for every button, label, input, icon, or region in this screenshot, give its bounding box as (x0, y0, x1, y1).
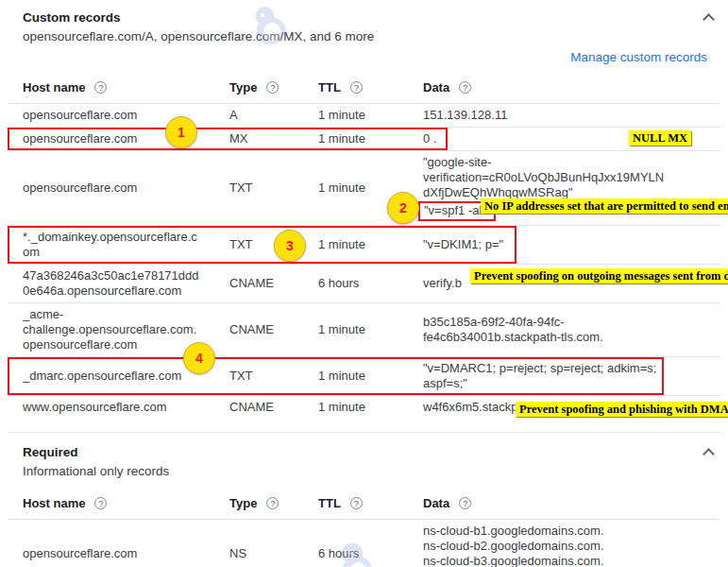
data-value: ns-cloud-b2.googledomains.com. (423, 539, 717, 554)
custom-records-table: Host name? Type? TTL? Data? opensourcefl… (8, 71, 720, 433)
col-hostname: Host name? (8, 79, 214, 95)
data-value: "v=DKIM1; p=" (423, 237, 670, 252)
record-type: TXT (214, 180, 303, 196)
table-row-verify-cname: 47a368246a3c50ac1e78171ddd0e646a.opensou… (8, 264, 720, 302)
col-label: TTL (318, 80, 341, 94)
data-value: 151.139.128.11 (423, 108, 670, 123)
manage-custom-records-link[interactable]: Manage custom records (570, 50, 707, 64)
help-icon[interactable]: ? (266, 497, 279, 509)
record-host: 47a368246a3c50ac1e78171ddd0e646a.opensou… (8, 268, 214, 299)
col-data: Data? (408, 495, 720, 511)
table-row-txt-spf-record: opensourceflare.com TXT 1 minute "google… (8, 150, 720, 225)
help-icon[interactable]: ? (350, 497, 363, 509)
annotation-marker-2: 2 (387, 192, 419, 224)
annotation-highlight-no-ip: No IP addresses set that are permitted t… (481, 198, 728, 214)
record-host: www.opensourceflare.com (8, 400, 214, 415)
record-ttl: 1 minute (303, 180, 408, 196)
record-host: opensourceflare.com (8, 180, 214, 196)
col-type: Type? (214, 495, 303, 511)
table-row-acme-cname: _acme-challenge.opensourceflare.com.open… (8, 302, 720, 356)
col-label: Host name (23, 80, 85, 94)
record-type: CNAME (214, 322, 303, 337)
table-row-mx-record: opensourceflare.com MX 1 minute 0 . 1 NU… (8, 127, 720, 150)
section-title: Custom records (23, 9, 705, 26)
record-type: CNAME (214, 276, 303, 291)
annotation-highlight-outgoing: Prevent spoofing on outgoing messages se… (470, 268, 728, 284)
col-ttl: TTL? (303, 79, 408, 95)
section-subtitle: Informational only records (23, 463, 705, 479)
help-icon[interactable]: ? (459, 497, 471, 509)
annotation-marker-4: 4 (183, 342, 215, 374)
help-icon[interactable]: ? (94, 81, 107, 94)
table-row-ns-record: opensourceflare.com NS 6 hours ns-cloud-… (8, 519, 720, 567)
record-type: CNAME (214, 400, 303, 415)
col-data: Data? (408, 79, 720, 95)
record-ttl: 6 hours (303, 276, 408, 291)
table-header: Host name? Type? TTL? Data? (8, 71, 720, 103)
data-value: "v=DMARC1; p=reject; sp=reject; adkim=s;… (423, 361, 670, 391)
help-icon[interactable]: ? (350, 81, 363, 94)
required-header: Required Informational only records (0, 433, 728, 479)
help-icon[interactable]: ? (94, 497, 107, 509)
record-host: _dmarc.opensourceflare.com (8, 369, 214, 384)
record-host: _acme-challenge.opensourceflare.com.open… (8, 307, 214, 352)
record-ttl: 1 minute (303, 108, 408, 123)
data-value: b35c185a-69f2-40fa-94fc-fe4c6b34001b.sta… (423, 315, 670, 345)
help-icon[interactable]: ? (266, 81, 279, 94)
custom-records-header: Custom records opensourceflare.com/A, op… (0, 0, 728, 44)
record-data: "v=DKIM1; p=" (408, 237, 720, 252)
record-data: b35c185a-69f2-40fa-94fc-fe4c6b34001b.sta… (408, 315, 720, 345)
record-host: opensourceflare.com (8, 546, 214, 561)
table-row-a-record: opensourceflare.com A 1 minute 151.139.1… (8, 103, 720, 127)
section-title: Required (23, 444, 705, 460)
annotation-highlight-null-mx: NULL MX (629, 130, 691, 146)
record-type: A (214, 108, 303, 123)
record-ttl: 1 minute (303, 131, 408, 146)
col-label: Type (229, 80, 257, 94)
help-icon[interactable]: ? (459, 81, 471, 94)
record-data: ns-cloud-b1.googledomains.com. ns-cloud-… (408, 524, 720, 567)
record-ttl: 1 minute (303, 322, 408, 337)
table-row-dmarc-record: _dmarc.opensourceflare.com TXT 1 minute … (8, 356, 720, 395)
data-value: "google-site-verification=cR0oLVoQbJBunH… (423, 155, 670, 200)
col-label: Host name (23, 496, 85, 510)
record-ttl: 6 hours (303, 546, 408, 561)
col-hostname: Host name? (8, 495, 214, 511)
table-header: Host name? Type? TTL? Data? (8, 487, 720, 519)
col-label: Type (229, 496, 257, 510)
link-row: Manage custom records (0, 44, 728, 71)
record-type: MX (214, 131, 303, 146)
record-data: 151.139.128.11 (408, 108, 720, 123)
table-row-www-cname: www.opensourceflare.com CNAME 1 minute w… (8, 395, 720, 432)
required-records-table: Host name? Type? TTL? Data? opensourcefl… (8, 487, 720, 567)
data-value: ns-cloud-b3.googledomains.com. (423, 554, 717, 567)
section-subtitle: opensourceflare.com/A, opensourceflare.c… (23, 28, 705, 44)
data-value: "v=spf1 -all" (424, 203, 489, 217)
col-type: Type? (214, 79, 303, 95)
data-value: ns-cloud-b1.googledomains.com. (423, 524, 717, 539)
record-type: TXT (214, 369, 303, 384)
record-data: "v=DMARC1; p=reject; sp=reject; adkim=s;… (408, 361, 720, 391)
col-ttl: TTL? (303, 495, 408, 511)
record-ttl: 1 minute (303, 237, 408, 252)
table-row-dkim-record: *._domainkey.opensourceflare.com TXT 1 m… (8, 225, 720, 264)
annotation-marker-3: 3 (274, 230, 306, 262)
dns-records-page: Custom records opensourceflare.com/A, op… (0, 0, 728, 567)
annotation-marker-1: 1 (165, 116, 197, 148)
record-host: *._domainkey.opensourceflare.com (8, 230, 214, 260)
col-label: Data (423, 496, 449, 510)
record-type: NS (214, 546, 303, 561)
record-ttl: 1 minute (303, 400, 408, 415)
col-label: Data (423, 80, 449, 94)
col-label: TTL (318, 496, 341, 510)
annotation-highlight-dmarc: Prevent spoofing and phishing with DMARC (516, 402, 728, 417)
record-ttl: 1 minute (303, 369, 408, 384)
